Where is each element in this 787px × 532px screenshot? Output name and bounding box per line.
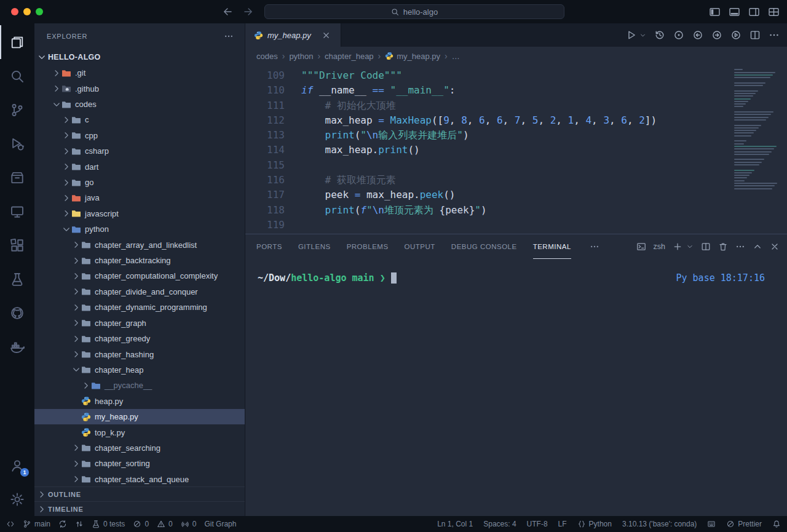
activity-github[interactable] <box>0 296 34 330</box>
breadcrumb-item[interactable]: codes <box>256 52 278 61</box>
tree-item-python[interactable]: python <box>34 221 245 237</box>
maximize-panel-icon[interactable] <box>753 242 762 252</box>
activity-extensions[interactable] <box>0 228 34 262</box>
explorer-more-actions-icon[interactable] <box>224 31 234 41</box>
status-prettier-status[interactable]: Prettier <box>726 520 762 528</box>
status-cursor-position[interactable]: Ln 1, Col 1 <box>437 520 473 528</box>
tree-item-dart[interactable]: dart <box>34 159 245 174</box>
panel-tab-problems[interactable]: PROBLEMS <box>347 234 389 259</box>
close-panel-icon[interactable] <box>770 242 780 252</box>
breadcrumb-item[interactable]: chapter_heap <box>325 52 374 61</box>
tree-item-heap-py[interactable]: heap.py <box>34 394 245 409</box>
activity-testing[interactable] <box>0 262 34 296</box>
tree-item-go[interactable]: go <box>34 175 245 190</box>
tree-item-chapter-backtracking[interactable]: chapter_backtracking <box>34 253 245 268</box>
toggle-primary-sidebar-icon[interactable] <box>709 6 721 18</box>
run-python-file-icon[interactable] <box>626 30 637 41</box>
terminal-profile-dropdown-icon[interactable] <box>686 243 694 250</box>
tree-item-my-heap-py[interactable]: my_heap.py <box>34 409 245 424</box>
breadcrumb-item[interactable]: python <box>289 52 313 61</box>
tree-item-cpp[interactable]: cpp <box>34 128 245 143</box>
tree-item-chapter-heap[interactable]: chapter_heap <box>34 362 245 378</box>
tree-item--git[interactable]: .git <box>34 65 245 81</box>
tree-item-java[interactable]: java <box>34 190 245 205</box>
activity-run-and-debug[interactable] <box>0 127 34 161</box>
activity-search[interactable] <box>0 59 34 93</box>
panel-more-actions-icon[interactable] <box>590 242 599 252</box>
status-forwarded-ports[interactable]: 0 <box>181 520 197 528</box>
status-remote-indicator[interactable] <box>6 520 15 528</box>
close-window-button[interactable] <box>11 8 18 15</box>
tree-item-chapter-searching[interactable]: chapter_searching <box>34 440 245 456</box>
tree-item-chapter-dynamic-programming[interactable]: chapter_dynamic_programming <box>34 300 245 315</box>
customize-layout-icon[interactable] <box>768 6 780 18</box>
tree-item-chapter-sorting[interactable]: chapter_sorting <box>34 456 245 471</box>
status-problems-warnings[interactable]: 0 <box>157 520 173 528</box>
minimize-window-button[interactable] <box>23 8 31 15</box>
outline-section[interactable]: OUTLINE <box>34 486 245 501</box>
status-problems-errors[interactable]: 0 <box>133 520 149 528</box>
tree-item-chapter-divide-and-conquer[interactable]: chapter_divide_and_conquer <box>34 284 245 300</box>
tree-item--pycache-[interactable]: __pycache__ <box>34 378 245 393</box>
tree-item-codes[interactable]: codes <box>34 97 245 112</box>
code-editor[interactable]: 109"""Driver Code"""110if __name__ == "_… <box>245 65 787 234</box>
panel-tab-ports[interactable]: PORTS <box>256 234 282 259</box>
activity-remote-explorer[interactable] <box>0 194 34 228</box>
terminal-more-actions-icon[interactable] <box>735 242 745 252</box>
shell-name[interactable]: zsh <box>654 242 665 251</box>
tree-item-c[interactable]: c <box>34 112 245 127</box>
panel-tab-output[interactable]: OUTPUT <box>405 234 435 259</box>
panel-tab-gitlens[interactable]: GITLENS <box>298 234 331 259</box>
status-test-results[interactable]: 0 tests <box>92 520 125 528</box>
zoom-window-button[interactable] <box>36 8 43 15</box>
forward-arrow-icon[interactable] <box>242 6 253 17</box>
status-notifications[interactable] <box>772 520 781 528</box>
tree-item-chapter-greedy[interactable]: chapter_greedy <box>34 331 245 346</box>
back-arrow-icon[interactable] <box>223 6 234 17</box>
next-change-icon[interactable] <box>711 30 722 41</box>
launch-profile-icon[interactable] <box>636 242 646 252</box>
status-git-graph[interactable]: Git Graph <box>204 520 236 528</box>
breadcrumb-item[interactable]: my_heap.py <box>385 52 440 61</box>
close-tab-icon[interactable] <box>322 31 331 40</box>
run-dropdown-icon[interactable] <box>639 32 646 39</box>
split-terminal-icon[interactable] <box>701 242 711 252</box>
split-editor-icon[interactable] <box>749 30 761 41</box>
tree-item-chapter-graph[interactable]: chapter_graph <box>34 316 245 331</box>
tree-item-top-k-py[interactable]: top_k.py <box>34 424 245 440</box>
terminal[interactable]: ~/Dow/hello-algo main ❯ Py base 18:17:16 <box>245 259 787 284</box>
tab-my-heap-py[interactable]: my_heap.py <box>245 23 341 47</box>
activity-explorer[interactable] <box>0 25 34 59</box>
status-publish-compare[interactable] <box>75 520 84 528</box>
breadcrumb-item[interactable]: … <box>452 52 460 61</box>
timeline-section[interactable]: TIMELINE <box>34 501 245 516</box>
tree-item-chapter-hashing[interactable]: chapter_hashing <box>34 346 245 362</box>
tree-item-csharp[interactable]: csharp <box>34 143 245 159</box>
status-indentation[interactable]: Spaces: 4 <box>483 520 516 528</box>
activity-project-manager[interactable] <box>0 161 34 194</box>
activity-docker[interactable] <box>0 330 34 363</box>
tree-item-chapter-stack-and-queue[interactable]: chapter_stack_and_queue <box>34 472 245 486</box>
status-python-interpreter[interactable]: 3.10.13 ('base': conda) <box>622 520 697 528</box>
open-changes-icon[interactable] <box>673 30 684 41</box>
kill-terminal-icon[interactable] <box>718 242 728 252</box>
toggle-panel-icon[interactable] <box>729 6 740 18</box>
panel-tab-terminal[interactable]: TERMINAL <box>533 234 571 259</box>
tree-item-chapter-computational-complexity[interactable]: chapter_computational_complexity <box>34 268 245 284</box>
toggle-secondary-sidebar-icon[interactable] <box>748 6 760 18</box>
minimap[interactable] <box>734 68 782 208</box>
tree-item-chapter-array-and-linkedlist[interactable]: chapter_array_and_linkedlist <box>34 237 245 252</box>
new-terminal-icon[interactable] <box>673 242 682 252</box>
panel-tab-debug-console[interactable]: DEBUG CONSOLE <box>451 234 517 259</box>
activity-accounts[interactable]: 1 <box>0 448 34 482</box>
tree-item--github[interactable]: .github <box>34 81 245 96</box>
activity-source-control[interactable] <box>0 93 34 127</box>
status-language-mode[interactable]: Python <box>577 520 612 528</box>
command-center-search[interactable]: hello-algo <box>264 4 564 19</box>
run-or-debug-icon[interactable] <box>730 30 742 41</box>
previous-change-icon[interactable] <box>692 30 703 41</box>
tree-item-javascript[interactable]: javascript <box>34 206 245 221</box>
status-branch-indicator[interactable]: main <box>23 520 50 528</box>
status-end-of-line[interactable]: LF <box>558 520 567 528</box>
status-sync-changes[interactable] <box>58 520 67 528</box>
